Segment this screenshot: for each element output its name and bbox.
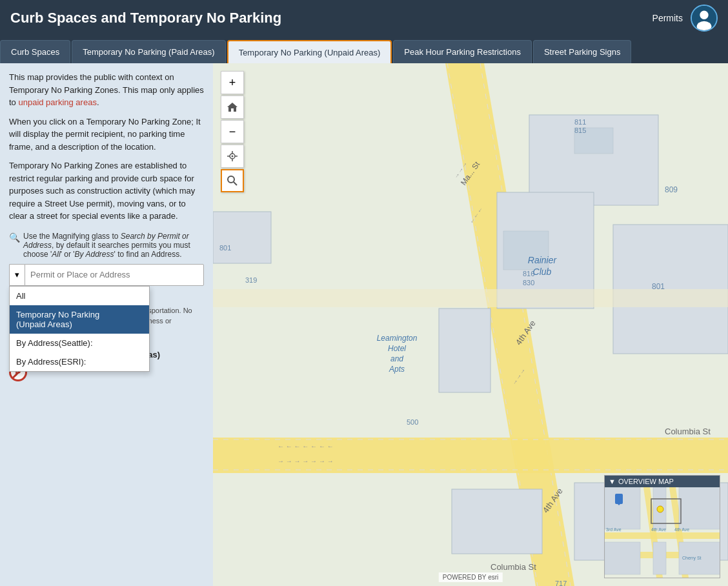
svg-rect-56	[605, 532, 720, 539]
svg-text:and: and	[390, 354, 403, 363]
svg-text:500: 500	[407, 418, 418, 426]
app-header: Curb Spaces and Temporary No Parking Per…	[0, 0, 728, 36]
dropdown-option-temp-unpaid[interactable]: Temporary No Parking(Unpaid Areas)	[10, 305, 149, 334]
svg-rect-64	[653, 542, 666, 574]
svg-text:811: 811	[574, 118, 586, 126]
overview-map-header: ▼ OVERVIEW MAP	[605, 476, 720, 487]
map-area[interactable]: 811 815 801 816 830 Rainier Club Leaming…	[213, 63, 728, 586]
home-button[interactable]	[221, 96, 244, 119]
svg-rect-43	[213, 212, 271, 263]
svg-text:→ → → → → → →: → → → → → → →	[278, 458, 334, 465]
zoom-out-button[interactable]: −	[221, 120, 244, 143]
svg-point-48	[232, 156, 234, 157]
svg-text:← ← ← ← ← ← ←: ← ← ← ← ← ← ←	[278, 443, 334, 450]
header-right: Permits	[652, 5, 718, 32]
permits-link[interactable]: Permits	[652, 13, 683, 23]
overview-map-title: OVERVIEW MAP	[618, 478, 674, 485]
tab-curb-spaces[interactable]: Curb Spaces	[0, 40, 70, 63]
tab-bar: Curb Spaces Temporary No Parking (Paid A…	[0, 36, 728, 63]
tab-street-signs[interactable]: Street Parking Signs	[533, 40, 632, 63]
svg-point-73	[657, 506, 663, 512]
overview-map: ▼ OVERVIEW MAP 3rd Ave 4th Ave	[604, 475, 720, 578]
location-button[interactable]	[221, 145, 244, 168]
svg-text:4th Ave: 4th Ave	[674, 527, 689, 532]
tab-peak-hour[interactable]: Peak Hour Parking Restrictions	[393, 40, 532, 63]
svg-text:717: 717	[555, 580, 567, 586]
search-box-row: ▾	[9, 264, 204, 286]
svg-rect-42	[213, 289, 728, 307]
search-instruction: 🔍 Use the Magnifying glass to Search by …	[9, 232, 204, 259]
svg-line-54	[234, 182, 237, 185]
tab-temp-unpaid[interactable]: Temporary No Parking (Unpaid Areas)	[227, 40, 392, 63]
svg-rect-22	[439, 308, 490, 392]
search-dropdown-button[interactable]: ▾	[9, 264, 25, 286]
sidebar: This map provides the public with contex…	[0, 63, 213, 586]
svg-rect-62	[679, 487, 720, 529]
svg-rect-63	[605, 542, 640, 574]
svg-rect-28	[452, 489, 542, 554]
svg-text:Columbia St: Columbia St	[665, 427, 711, 436]
svg-text:Club: Club	[533, 267, 552, 277]
sidebar-desc2: When you click on a Temporary No Parking…	[9, 116, 204, 154]
app-title: Curb Spaces and Temporary No Parking	[10, 10, 281, 26]
magnify-icon: 🔍	[9, 232, 20, 243]
svg-text:Leamington: Leamington	[377, 334, 418, 343]
tab-temp-paid[interactable]: Temporary No Parking (Paid Areas)	[72, 40, 225, 63]
esri-text: POWERED BY esri	[443, 574, 499, 581]
svg-text:3rd Ave: 3rd Ave	[606, 527, 622, 532]
svg-text:Apts: Apts	[389, 365, 405, 374]
dropdown-menu: All Temporary No Parking(Unpaid Areas) B…	[9, 286, 150, 372]
svg-text:809: 809	[665, 185, 678, 194]
map-controls: + −	[221, 71, 244, 192]
dropdown-arrow-icon: ▾	[15, 270, 19, 279]
svg-text:Hotel: Hotel	[388, 344, 406, 353]
search-input[interactable]	[25, 264, 204, 286]
svg-text:830: 830	[523, 279, 534, 287]
svg-text:319: 319	[245, 276, 257, 284]
svg-text:815: 815	[574, 126, 586, 134]
search-map-button[interactable]	[221, 169, 244, 192]
svg-point-1	[700, 11, 708, 19]
zoom-in-button[interactable]: +	[221, 71, 244, 94]
svg-point-53	[228, 176, 234, 183]
dropdown-option-by-address-esri[interactable]: By Address(ESRI):	[10, 352, 149, 371]
svg-text:801: 801	[219, 244, 231, 252]
svg-text:Rainier: Rainier	[528, 255, 558, 265]
unpaid-areas-link[interactable]: unpaid parking areas	[18, 97, 96, 107]
svg-text:4th Ave: 4th Ave	[651, 527, 666, 532]
esri-badge: POWERED BY esri	[439, 572, 503, 582]
dropdown-option-by-address-seattle[interactable]: By Address(Seattle):	[10, 334, 149, 352]
dropdown-option-all[interactable]: All	[10, 287, 149, 305]
svg-text:Cherry St: Cherry St	[682, 556, 702, 561]
overview-arrow-icon: ▼	[609, 478, 616, 485]
svg-text:Columbia St: Columbia St	[490, 562, 536, 572]
svg-rect-60	[605, 487, 640, 529]
overview-map-svg: 3rd Ave 4th Ave 4th Ave Cherry St	[605, 487, 720, 578]
avatar[interactable]	[691, 5, 718, 32]
main-content: This map provides the public with contex…	[0, 63, 728, 586]
sidebar-desc3: Temporary No Parking Zones are establish…	[9, 159, 204, 223]
sidebar-desc1: This map provides the public with contex…	[9, 71, 204, 109]
svg-marker-46	[227, 103, 238, 112]
